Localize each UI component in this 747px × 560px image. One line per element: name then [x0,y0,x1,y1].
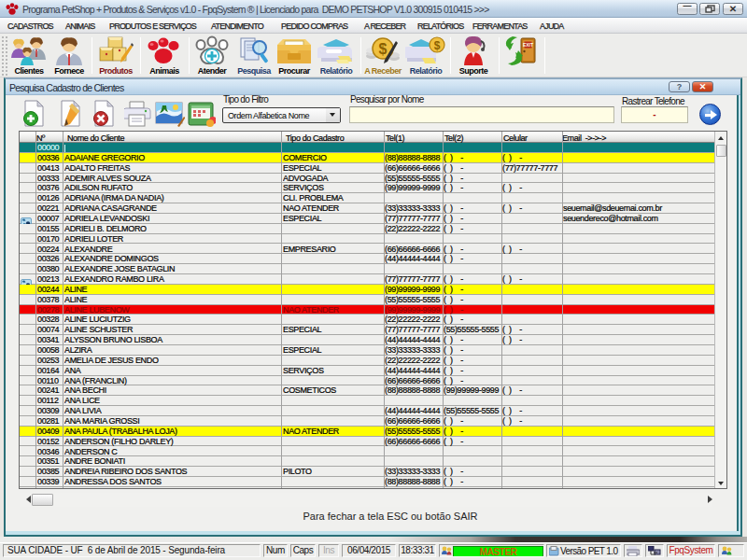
svg-text:EXIT: EXIT [523,42,533,48]
svg-text:$: $ [379,41,388,57]
svg-text:$: $ [434,39,441,52]
